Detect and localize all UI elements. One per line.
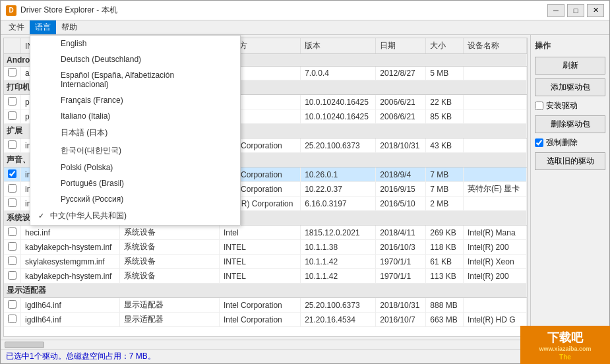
- row-size: 7 MB: [426, 182, 464, 197]
- install-driver-label: 安装驱动: [546, 100, 578, 111]
- row-date: 2012/8/27: [376, 67, 426, 80]
- row-version: 21.20.16.4534: [301, 313, 376, 327]
- row-checkbox[interactable]: [8, 228, 16, 236]
- table-row[interactable]: heci.inf 系统设备 Intel 1815.12.0.2021 2018/…: [4, 226, 527, 240]
- title-bar: D Driver Store Explorer - 本机 ─ □ ✕: [1, 1, 609, 20]
- row-device: Intel(R) 200: [463, 269, 526, 284]
- lang-english[interactable]: English: [30, 36, 240, 51]
- row-checkbox[interactable]: [8, 68, 16, 76]
- row-checkbox-cell: [4, 226, 21, 240]
- row-date: 2006/6/21: [376, 109, 426, 124]
- row-inf: kabylakepch-hsystem.inf: [21, 240, 120, 255]
- row-date: 2016/10/7: [376, 313, 426, 327]
- row-checkbox[interactable]: [8, 97, 16, 106]
- row-device: Intel(R) Mana: [463, 226, 526, 240]
- select-old-button[interactable]: 选取旧的驱动: [535, 152, 605, 170]
- row-checkbox[interactable]: [8, 111, 16, 120]
- table-row[interactable]: kabylakepch-hsystem.inf 系统设备 INTEL 10.1.…: [4, 269, 527, 284]
- row-version: 10.1.1.42: [301, 269, 376, 284]
- row-checkbox-cell: [4, 313, 21, 327]
- lang-deutsch[interactable]: Deutsch (Deutschland): [30, 51, 240, 67]
- row-device: [463, 298, 526, 313]
- col-date[interactable]: 日期: [376, 38, 426, 54]
- row-size: 118 KB: [426, 240, 464, 255]
- install-driver-checkbox[interactable]: [535, 102, 543, 110]
- row-checkbox[interactable]: [8, 198, 16, 207]
- row-version: 10.0.10240.16425: [301, 109, 376, 124]
- row-checkbox-cell: [4, 167, 21, 182]
- lang-espanol[interactable]: Español (España, Alfabetización Internac…: [30, 67, 240, 92]
- row-checkbox[interactable]: [8, 169, 16, 178]
- row-class: 显示适配器: [120, 313, 220, 327]
- minimize-button[interactable]: ─: [547, 4, 564, 17]
- close-button[interactable]: ✕: [587, 4, 604, 17]
- row-size: 113 KB: [426, 269, 464, 284]
- row-size: 61 KB: [426, 255, 464, 269]
- lang-korean[interactable]: 한국어(대한민국): [30, 142, 240, 160]
- table-row[interactable]: igdlh64.inf 显示适配器 Intel Corporation 25.2…: [4, 298, 527, 313]
- row-device: Intel(R) Xeon: [463, 255, 526, 269]
- row-checkbox[interactable]: [8, 184, 16, 193]
- watermark: 下载吧 www.xiazaiba.com The: [520, 326, 610, 364]
- lang-italiano[interactable]: Italiano (Italia): [30, 108, 240, 124]
- lang-russian[interactable]: Русский (Россия): [30, 191, 240, 207]
- check-icon-chinese: ✓: [36, 212, 46, 220]
- row-inf: igdlh64.inf: [21, 298, 120, 313]
- row-checkbox[interactable]: [8, 315, 16, 323]
- row-size: 43 KB: [426, 138, 464, 153]
- menu-language[interactable]: 语言 English Deutsch (Deutschland) Español…: [30, 20, 56, 34]
- row-inf: heci.inf: [21, 226, 120, 240]
- row-checkbox[interactable]: [8, 242, 16, 251]
- col-device[interactable]: 设备名称: [463, 38, 526, 54]
- row-checkbox[interactable]: [8, 271, 16, 280]
- table-row[interactable]: igdlh64.inf 显示适配器 Intel Corporation 21.2…: [4, 313, 527, 327]
- refresh-button[interactable]: 刷新: [535, 57, 605, 75]
- row-checkbox[interactable]: [8, 257, 16, 265]
- horizontal-scrollbar[interactable]: [1, 340, 530, 349]
- watermark-tagline: The: [559, 353, 571, 361]
- force-delete-row: 强制删除: [535, 137, 605, 148]
- watermark-logo: 下载吧: [547, 330, 583, 346]
- row-date: 2018/4/11: [376, 226, 426, 240]
- window-title: Driver Store Explorer - 本机: [20, 5, 547, 16]
- row-provider: Intel Corporation: [220, 313, 301, 327]
- row-size: 22 KB: [426, 95, 464, 109]
- force-delete-checkbox[interactable]: [535, 138, 543, 147]
- col-check: [4, 38, 21, 54]
- row-checkbox[interactable]: [8, 300, 16, 309]
- status-text: 已选中1个驱动。总磁盘空间占用：7 MB。: [6, 351, 156, 362]
- row-class: 显示适配器: [120, 298, 220, 313]
- lang-chinese[interactable]: ✓ 中文(中华人民共和国): [30, 207, 240, 225]
- row-version: 6.16.0.3197: [301, 197, 376, 211]
- row-device: [463, 167, 526, 182]
- row-checkbox-cell: [4, 240, 21, 255]
- row-version: 25.20.100.6373: [301, 138, 376, 153]
- row-version: 1815.12.0.2021: [301, 226, 376, 240]
- scroll-thumb[interactable]: [5, 342, 44, 348]
- row-device: Intel(R) HD G: [463, 313, 526, 327]
- row-size: 5 MB: [426, 67, 464, 80]
- delete-driver-button[interactable]: 删除驱动包: [535, 115, 605, 133]
- add-driver-button[interactable]: 添加驱动包: [535, 78, 605, 96]
- row-checkbox-cell: [4, 95, 21, 109]
- row-date: 2016/9/15: [376, 182, 426, 197]
- lang-portuguese[interactable]: Português (Brasil): [30, 175, 240, 191]
- col-version[interactable]: 版本: [301, 38, 376, 54]
- row-device: [463, 95, 526, 109]
- row-device: [463, 109, 526, 124]
- menu-help[interactable]: 帮助: [56, 20, 82, 34]
- row-provider: INTEL: [220, 240, 301, 255]
- row-provider: INTEL: [220, 255, 301, 269]
- row-date: 1970/1/1: [376, 255, 426, 269]
- menu-file[interactable]: 文件: [3, 20, 30, 34]
- table-row[interactable]: skylakesystemgmm.inf 系统设备 INTEL 10.1.1.4…: [4, 255, 527, 269]
- lang-polish[interactable]: Polski (Polska): [30, 160, 240, 175]
- table-row[interactable]: kabylakepch-hsystem.inf 系统设备 INTEL 10.1.…: [4, 240, 527, 255]
- row-size: 7 MB: [426, 167, 464, 182]
- row-class: 系统设备: [120, 269, 220, 284]
- row-checkbox[interactable]: [8, 140, 16, 149]
- lang-japanese[interactable]: 日本語 (日本): [30, 124, 240, 142]
- lang-francais[interactable]: Français (France): [30, 92, 240, 108]
- col-size[interactable]: 大小: [426, 38, 464, 54]
- maximize-button[interactable]: □: [567, 4, 584, 17]
